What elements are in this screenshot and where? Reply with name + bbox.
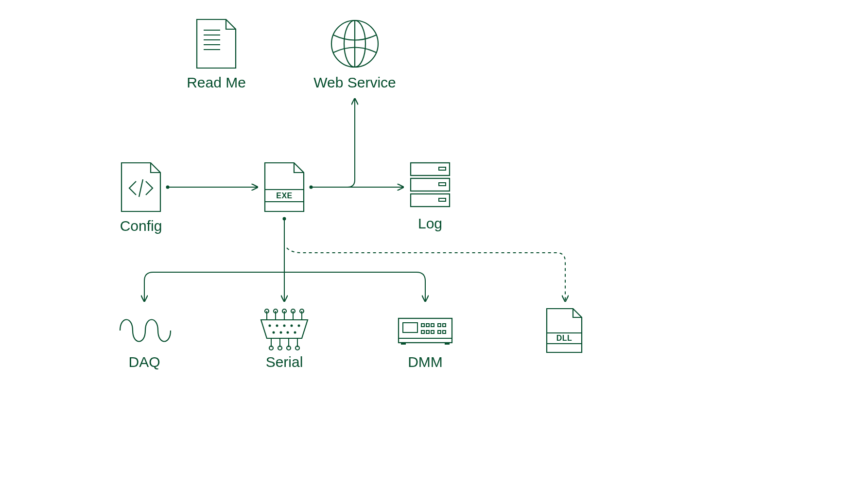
svg-rect-45 [403,323,417,332]
server-stack-icon [411,163,450,207]
serial-label: Serial [266,354,303,370]
readme-label: Read Me [187,74,246,90]
svg-rect-51 [443,324,446,327]
config-node: Config [120,163,162,234]
exe-badge: EXE [276,192,293,200]
svg-rect-55 [438,331,441,333]
log-label: Log [418,215,442,231]
svg-point-36 [276,325,278,327]
svg-rect-54 [431,331,434,333]
svg-rect-53 [426,331,429,333]
edge-exe-to-log [310,186,404,189]
svg-point-37 [283,325,286,327]
config-label: Config [120,218,162,234]
svg-point-38 [291,325,293,327]
edge-exe-to-devices [144,217,425,302]
globe-icon [331,20,378,67]
code-file-icon [122,163,160,211]
svg-point-40 [273,331,275,334]
svg-point-39 [298,325,300,327]
svg-rect-56 [443,331,446,333]
document-icon [197,19,236,68]
svg-rect-58 [445,343,450,345]
dmm-instrument-icon [399,318,452,345]
svg-rect-15 [439,183,446,186]
svg-rect-14 [439,167,446,170]
svg-line-8 [139,179,143,197]
exe-node: EXE [265,163,304,211]
svg-point-41 [280,331,282,334]
svg-point-43 [294,331,296,334]
svg-rect-16 [439,198,446,201]
readme-node: Read Me [187,19,246,90]
webservice-node: Web Service [313,20,396,90]
svg-rect-11 [411,163,450,175]
waveform-icon [120,320,171,342]
serial-node: Serial [261,309,308,370]
svg-rect-47 [421,324,424,327]
edge-exe-to-web [347,99,355,187]
dll-file-icon: DLL [547,309,582,352]
svg-rect-48 [426,324,429,327]
svg-rect-52 [421,331,424,333]
dmm-node: DMM [399,318,452,370]
svg-rect-50 [438,324,441,327]
dll-node: DLL [547,309,582,352]
svg-point-63 [310,186,313,189]
svg-point-42 [287,331,289,334]
svg-rect-13 [411,194,450,207]
svg-rect-57 [401,343,406,345]
webservice-label: Web Service [313,74,396,90]
edge-config-to-exe [166,186,258,189]
log-node: Log [411,163,450,231]
exe-file-icon: EXE [265,163,304,211]
svg-rect-49 [431,324,434,327]
svg-rect-12 [411,178,450,191]
daq-label: DAQ [128,354,160,370]
svg-point-35 [269,325,271,327]
svg-point-65 [283,217,286,221]
serial-connector-icon [261,309,308,350]
dmm-label: DMM [408,354,443,370]
daq-node: DAQ [120,320,171,370]
svg-point-61 [166,186,170,189]
dll-badge: DLL [556,334,573,342]
edge-exe-to-dll [287,248,565,301]
